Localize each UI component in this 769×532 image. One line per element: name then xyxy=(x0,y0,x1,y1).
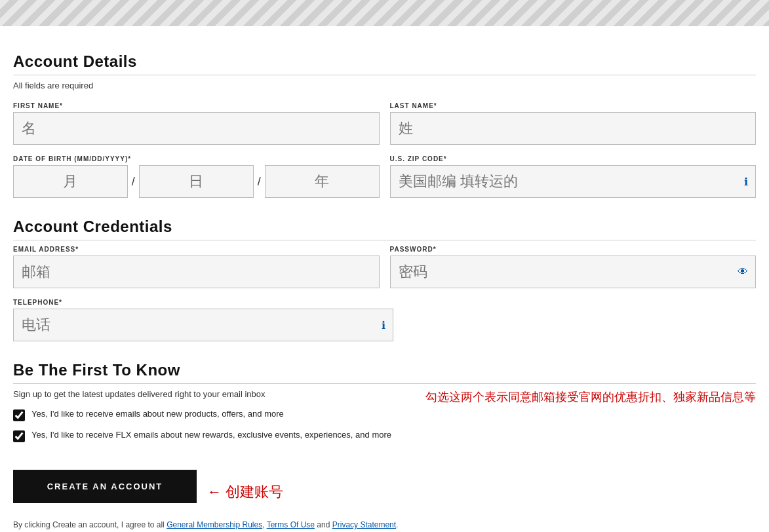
first-name-group: FIRST NAME* xyxy=(13,102,380,145)
dob-year-input[interactable] xyxy=(265,165,380,198)
create-account-button[interactable]: CREATE AN ACCOUNT xyxy=(13,470,197,503)
be-first-section: Be The First To Know Sign up to get the … xyxy=(13,361,756,450)
dob-label: DATE OF BIRTH (MM/DD/YYYY)* xyxy=(13,155,380,162)
checkbox-emails[interactable] xyxy=(13,409,25,421)
create-account-section: CREATE AN ACCOUNT ← 创建账号 By clicking Cre… xyxy=(13,470,756,529)
zip-label: U.S. ZIP CODE* xyxy=(390,155,757,162)
terms-link-membership[interactable]: General Membership Rules xyxy=(167,520,262,529)
be-first-title: Be The First To Know xyxy=(13,361,756,379)
zip-help-icon[interactable]: ℹ xyxy=(744,176,748,188)
telephone-group: TELEPHONE* ℹ xyxy=(13,299,393,341)
telephone-row: TELEPHONE* ℹ xyxy=(13,299,756,341)
password-label: PASSWORD* xyxy=(390,246,757,253)
email-label: EMAIL ADDRESS* xyxy=(13,246,380,253)
account-details-title: Account Details xyxy=(13,52,756,71)
terms-text: By clicking Create an account, I agree t… xyxy=(13,520,756,529)
terms-suffix: . xyxy=(396,520,398,529)
terms-prefix: By clicking Create an account, I agree t… xyxy=(13,520,165,529)
name-row: FIRST NAME* LAST NAME* xyxy=(13,102,756,145)
last-name-input[interactable] xyxy=(390,112,757,145)
terms-sep1: , xyxy=(262,520,264,529)
account-details-subtitle: All fields are required xyxy=(13,81,756,90)
be-first-annotation: 勾选这两个表示同意邮箱接受官网的优惠折扣、独家新品信息等 xyxy=(425,389,756,406)
dob-separator-2: / xyxy=(254,175,265,189)
dob-container: / / xyxy=(13,165,380,198)
last-name-label: LAST NAME* xyxy=(390,102,757,109)
checkbox-row-2: Yes, I'd like to receive FLX emails abou… xyxy=(13,429,412,442)
checkbox-flx[interactable] xyxy=(13,430,25,442)
terms-link-terms[interactable]: Terms Of Use xyxy=(267,520,315,529)
telephone-input[interactable] xyxy=(13,309,393,341)
checkbox-row-1: Yes, I'd like to receive emails about ne… xyxy=(13,408,412,421)
be-first-subtitle: Sign up to get the latest updates delive… xyxy=(13,389,412,399)
dob-day-input[interactable] xyxy=(139,165,254,198)
section-divider-1 xyxy=(13,75,756,75)
zip-group: U.S. ZIP CODE* ℹ xyxy=(390,155,757,198)
page-wrapper: Account Details All fields are required … xyxy=(0,39,769,532)
email-input[interactable] xyxy=(13,256,380,288)
first-name-label: FIRST NAME* xyxy=(13,102,380,109)
terms-connector: and xyxy=(317,520,330,529)
email-group: EMAIL ADDRESS* xyxy=(13,246,380,288)
section-divider-2 xyxy=(13,240,756,240)
account-details-section: Account Details All fields are required … xyxy=(13,52,756,198)
arrow-annotation: ← 创建账号 xyxy=(207,482,283,502)
first-name-input[interactable] xyxy=(13,112,380,145)
btn-row: CREATE AN ACCOUNT ← 创建账号 xyxy=(13,470,756,514)
dob-zip-row: DATE OF BIRTH (MM/DD/YYYY)* / / U.S. ZIP… xyxy=(13,155,756,198)
telephone-label: TELEPHONE* xyxy=(13,299,393,306)
checkbox-emails-label: Yes, I'd like to receive emails about ne… xyxy=(31,408,284,420)
zip-input-wrapper: ℹ xyxy=(390,165,757,198)
account-credentials-section: Account Credentials EMAIL ADDRESS* PASSW… xyxy=(13,218,756,341)
dob-month-input[interactable] xyxy=(13,165,128,198)
zip-input[interactable] xyxy=(390,165,757,198)
terms-link-privacy[interactable]: Privacy Statement xyxy=(332,520,396,529)
telephone-help-icon[interactable]: ℹ xyxy=(382,319,385,332)
be-first-content: Sign up to get the latest updates delive… xyxy=(13,389,756,450)
password-show-icon[interactable]: 👁 xyxy=(738,266,748,278)
email-password-row: EMAIL ADDRESS* PASSWORD* 👁 xyxy=(13,246,756,288)
dob-group: DATE OF BIRTH (MM/DD/YYYY)* / / xyxy=(13,155,380,198)
telephone-input-wrapper: ℹ xyxy=(13,309,393,341)
password-input[interactable] xyxy=(390,256,757,288)
last-name-group: LAST NAME* xyxy=(390,102,757,145)
password-group: PASSWORD* 👁 xyxy=(390,246,757,288)
account-credentials-title: Account Credentials xyxy=(13,218,756,236)
checkbox-flx-label: Yes, I'd like to receive FLX emails abou… xyxy=(31,429,391,441)
top-banner xyxy=(0,0,769,26)
password-input-wrapper: 👁 xyxy=(390,256,757,288)
be-first-left: Sign up to get the latest updates delive… xyxy=(13,389,412,450)
dob-separator-1: / xyxy=(128,175,139,189)
section-divider-3 xyxy=(13,383,756,384)
